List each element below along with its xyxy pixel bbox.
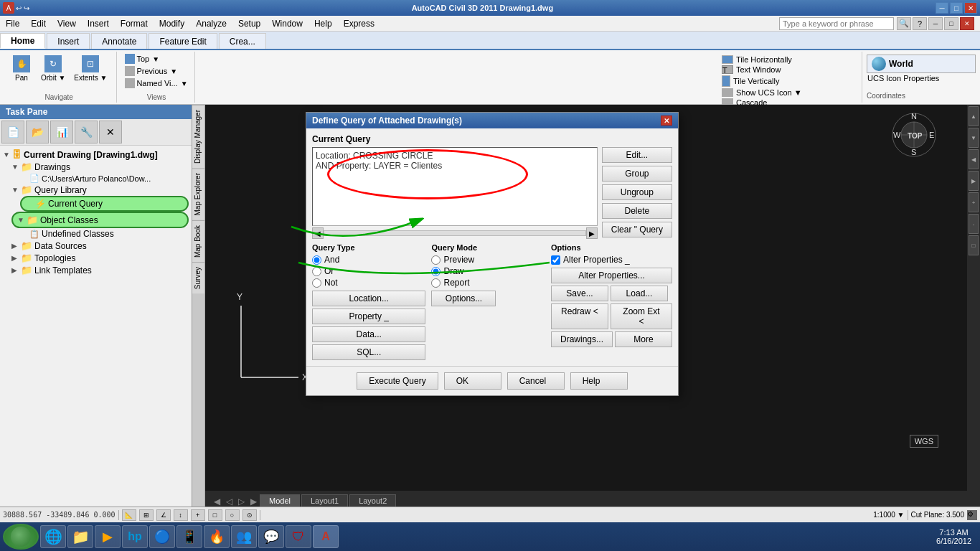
menu-edit[interactable]: Edit: [25, 16, 52, 31]
minimize-app-button[interactable]: ─: [928, 17, 943, 30]
redraw-button[interactable]: Redraw <: [551, 303, 608, 329]
radio-draw[interactable]: Draw: [431, 266, 545, 276]
right-btn-3[interactable]: ◀: [969, 149, 979, 169]
start-button[interactable]: [3, 524, 39, 550]
view-top-button[interactable]: Top ▼: [124, 53, 188, 65]
menu-help[interactable]: Help: [308, 16, 338, 31]
survey-tab[interactable]: Survey: [192, 262, 204, 293]
taskbar-hp[interactable]: hp: [122, 525, 148, 548]
tab-prev2-button[interactable]: ◁: [223, 496, 235, 507]
more-button[interactable]: More: [615, 331, 672, 347]
property-button[interactable]: Property _: [312, 309, 425, 324]
status-btn-5[interactable]: +: [191, 509, 205, 521]
tp-table-button[interactable]: 📊: [50, 121, 73, 143]
radio-not[interactable]: Not: [312, 278, 425, 288]
extents-button[interactable]: ⊡ Extents ▼: [70, 53, 110, 84]
taskbar-app10[interactable]: 🛡: [286, 525, 311, 548]
tree-current-query[interactable]: ⚡ Current Query: [20, 196, 189, 212]
text-window-button[interactable]: T Text Window: [722, 65, 859, 75]
orbit-button[interactable]: ↻ Orbit ▼: [37, 53, 69, 84]
right-btn-2[interactable]: ▼: [969, 128, 979, 148]
execute-query-button[interactable]: Execute Query: [357, 372, 438, 390]
taskbar-firefox[interactable]: 🔥: [204, 525, 230, 548]
tab-insert[interactable]: Insert: [47, 33, 90, 49]
modal-close-button[interactable]: ✕: [661, 116, 672, 126]
taskbar-autocad[interactable]: A: [313, 525, 339, 548]
group-button[interactable]: Group: [602, 166, 672, 182]
menu-format[interactable]: Format: [115, 16, 154, 31]
menu-file[interactable]: File: [0, 16, 25, 31]
load-button[interactable]: Load...: [611, 286, 668, 301]
pan-button[interactable]: ✋ Pan: [7, 53, 36, 84]
alter-props-checkbox[interactable]: Alter Properties _: [551, 255, 672, 265]
tab-crea[interactable]: Crea...: [219, 33, 266, 49]
menu-view[interactable]: View: [52, 16, 82, 31]
tree-query-library[interactable]: ▼ 📁 Query Library: [11, 184, 189, 196]
zoom-ext-button[interactable]: Zoom Ext <: [611, 303, 672, 329]
taskbar-explorer[interactable]: 📁: [67, 525, 93, 548]
tp-tools-button[interactable]: 🔧: [75, 121, 98, 143]
ungroup-button[interactable]: Ungroup: [602, 184, 672, 200]
tp-new-button[interactable]: 📄: [1, 121, 24, 143]
scroll-left-button[interactable]: ◀: [312, 227, 324, 239]
menu-express[interactable]: Express: [338, 16, 380, 31]
right-btn-1[interactable]: ▲: [969, 106, 979, 126]
help-icon[interactable]: ?: [913, 17, 927, 30]
tile-vertically-button[interactable]: Tile Vertically: [722, 75, 859, 88]
search-input[interactable]: [779, 17, 894, 30]
tree-undefined-classes[interactable]: 📋 Undefined Classes: [20, 228, 189, 240]
show-ucs-icon-button[interactable]: Show UCS Icon ▼: [722, 88, 859, 98]
radio-report[interactable]: Report: [431, 278, 545, 288]
view-named-button[interactable]: Named Vi... ▼: [124, 77, 188, 89]
right-btn-7[interactable]: □: [969, 235, 979, 255]
restore-app-button[interactable]: □: [944, 17, 958, 30]
options-button[interactable]: Options...: [431, 291, 496, 306]
taskbar-media[interactable]: ▶: [95, 525, 121, 548]
taskbar-app5[interactable]: 🔵: [149, 525, 175, 548]
drawings-button[interactable]: Drawings...: [551, 331, 613, 347]
menu-window[interactable]: Window: [266, 16, 308, 31]
scale-display[interactable]: 1:1000 ▼: [873, 511, 904, 519]
scrollbar[interactable]: [324, 230, 586, 236]
scroll-right-button[interactable]: ▶: [586, 227, 598, 239]
clear-query-button[interactable]: Clear " Query: [602, 222, 672, 237]
minimize-button[interactable]: ─: [936, 2, 948, 14]
tab-model[interactable]: Model: [260, 494, 300, 507]
tab-layout1[interactable]: Layout1: [301, 494, 348, 507]
taskbar-skype[interactable]: 💬: [258, 525, 284, 548]
tile-horizontally-button[interactable]: Tile Horizontally: [722, 55, 859, 65]
tree-data-sources[interactable]: ▶ 📁 Data Sources: [11, 240, 189, 252]
tab-prev-button[interactable]: ◀: [211, 496, 223, 507]
query-display[interactable]: Location: CROSSING CIRCLE AND Property: …: [312, 147, 598, 226]
ok-button[interactable]: OK: [444, 372, 501, 390]
menu-setup[interactable]: Setup: [232, 16, 266, 31]
settings-button[interactable]: ⚙: [967, 510, 977, 520]
menu-modify[interactable]: Modify: [154, 16, 190, 31]
tree-link-templates[interactable]: ▶ 📁 Link Templates: [11, 264, 189, 276]
tree-root[interactable]: ▼ 🗄 Current Drawing [Drawing1.dwg]: [3, 149, 189, 161]
tree-drawings[interactable]: ▼ 📁 Drawings: [11, 161, 189, 173]
cancel-button[interactable]: Cancel: [507, 372, 565, 390]
ucs-icon-properties-button[interactable]: UCS Icon Properties: [867, 73, 976, 83]
status-btn-7[interactable]: ○: [225, 509, 240, 521]
tree-drawing-file[interactable]: 📄 C:\Users\Arturo Polanco\Dow...: [20, 173, 189, 184]
maximize-button[interactable]: □: [950, 2, 963, 14]
tab-next2-button[interactable]: ▶: [248, 496, 260, 507]
location-button[interactable]: Location...: [312, 291, 425, 306]
tab-feature-edit[interactable]: Feature Edit: [149, 33, 217, 49]
tp-remove-button[interactable]: ✕: [99, 121, 122, 143]
close-app-button[interactable]: ✕: [960, 17, 974, 30]
cad-viewport[interactable]: X Y N E S W TOP WGS: [205, 105, 967, 491]
view-previous-button[interactable]: Previous ▼: [124, 65, 188, 77]
map-explorer-tab[interactable]: Map Explorer: [192, 168, 204, 220]
menu-insert[interactable]: Insert: [82, 16, 115, 31]
radio-and[interactable]: And: [312, 255, 425, 265]
tree-object-classes[interactable]: ▼ 📁 Object Classes: [11, 212, 189, 228]
right-btn-6[interactable]: -: [969, 214, 979, 234]
data-button[interactable]: Data...: [312, 326, 425, 342]
right-btn-5[interactable]: +: [969, 192, 979, 212]
menu-analyze[interactable]: Analyze: [190, 16, 232, 31]
alter-properties-button[interactable]: Alter Properties...: [551, 268, 672, 283]
display-manager-tab[interactable]: Display Manager: [192, 105, 204, 168]
edit-button[interactable]: Edit...: [602, 147, 672, 163]
